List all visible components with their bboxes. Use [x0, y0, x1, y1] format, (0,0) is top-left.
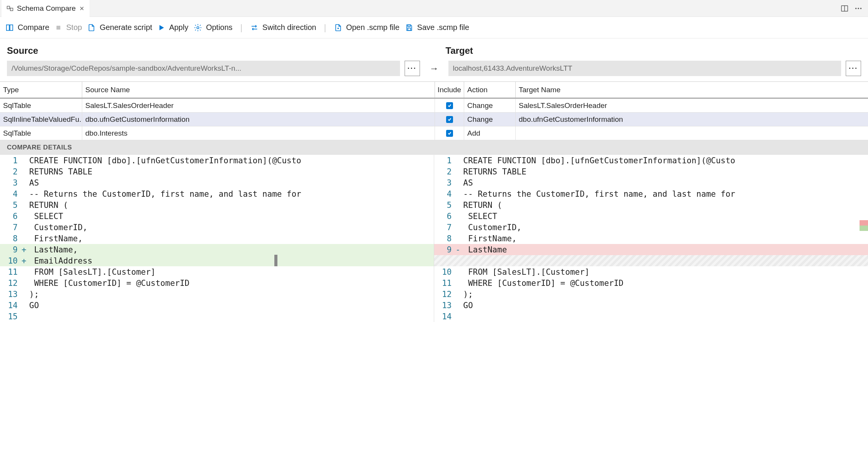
line-number: 14 [0, 301, 22, 310]
line-content: CREATE FUNCTION [dbo].[ufnGetCustomerInf… [462, 156, 735, 165]
line-content: LastName [462, 245, 507, 254]
line-number: 6 [434, 212, 456, 221]
source-title: Source [7, 45, 423, 56]
swap-icon [250, 23, 259, 32]
source-target-header: Source Target [0, 38, 868, 61]
switch-direction-button[interactable]: Switch direction [250, 23, 316, 32]
code-line: 2RETURNS TABLE [434, 166, 868, 177]
col-include[interactable]: Include [435, 82, 464, 98]
target-title: Target [446, 45, 861, 56]
table-row[interactable]: SqlTabledbo.InterestsAdd [0, 126, 868, 140]
code-line: 12); [434, 289, 868, 300]
switch-direction-label: Switch direction [262, 23, 316, 32]
line-number: 3 [434, 178, 456, 188]
line-content: RETURN ( [28, 201, 68, 210]
code-line: 9- LastName [434, 244, 868, 255]
compare-details-header: COMPARE DETAILS [0, 140, 868, 155]
code-line: 5RETURN ( [434, 199, 868, 211]
cell-type: SqlTable [0, 99, 82, 112]
line-content: ); [28, 290, 39, 299]
stop-button: Stop [55, 23, 82, 32]
line-content: RETURN ( [462, 201, 502, 210]
col-action[interactable]: Action [464, 82, 516, 98]
options-button[interactable]: Options [194, 23, 232, 32]
line-content: EmailAddress [28, 256, 92, 266]
line-number: 15 [0, 312, 22, 321]
generate-script-button[interactable]: Generate script [87, 23, 152, 32]
cell-include[interactable] [435, 126, 464, 140]
code-line: 12 WHERE [CustomerID] = @CustomerID [0, 277, 434, 289]
code-line: 9+ LastName, [0, 244, 434, 255]
apply-button[interactable]: Apply [158, 23, 188, 32]
code-line: 4-- Returns the CustomerID, first name, … [0, 188, 434, 199]
code-line: 1CREATE FUNCTION [dbo].[ufnGetCustomerIn… [0, 155, 434, 166]
svg-rect-8 [10, 25, 13, 30]
line-number: 11 [434, 279, 456, 288]
code-line: 15 [0, 311, 434, 322]
close-icon[interactable] [79, 5, 85, 12]
checkbox-icon[interactable] [446, 102, 453, 109]
svg-rect-0 [7, 6, 10, 9]
line-content: LastName, [28, 245, 78, 254]
code-line: 13GO [434, 300, 868, 311]
code-line: 3AS [434, 177, 868, 188]
source-path-input[interactable]: /Volumes/Storage/CodeRepos/sample-sandbo… [7, 61, 400, 76]
code-line: 3AS [0, 177, 434, 188]
svg-rect-11 [408, 25, 410, 27]
line-number: 2 [434, 167, 456, 176]
path-row: /Volumes/Storage/CodeRepos/sample-sandbo… [0, 61, 868, 81]
checkbox-icon[interactable] [446, 116, 453, 123]
line-content: SELECT [462, 212, 498, 221]
diff-view: 1CREATE FUNCTION [dbo].[ufnGetCustomerIn… [0, 155, 868, 322]
col-target-name[interactable]: Target Name [516, 82, 868, 98]
compare-icon [5, 23, 14, 32]
gutter-indicator [274, 255, 277, 266]
col-source-name[interactable]: Source Name [82, 82, 435, 98]
code-line: 7 CustomerID, [0, 222, 434, 233]
schema-compare-icon [6, 5, 14, 12]
more-icon[interactable] [854, 4, 863, 13]
line-content: FirstName, [462, 234, 517, 243]
compare-button[interactable]: Compare [5, 23, 49, 32]
line-number: 8 [0, 234, 22, 243]
line-number: 5 [0, 201, 22, 210]
diff-pane-right[interactable]: 1CREATE FUNCTION [dbo].[ufnGetCustomerIn… [434, 155, 868, 322]
line-number: 7 [0, 223, 22, 232]
line-content: WHERE [CustomerID] = @CustomerID [28, 279, 189, 288]
cell-include[interactable] [435, 99, 464, 112]
source-browse-button[interactable]: ··· [405, 61, 420, 76]
table-row[interactable]: SqlInlineTableValuedFu...dbo.ufnGetCusto… [0, 113, 868, 126]
tab-label: Schema Compare [17, 4, 76, 13]
code-line: 5RETURN ( [0, 199, 434, 211]
cell-type: SqlInlineTableValuedFu... [0, 113, 82, 126]
target-browse-button[interactable]: ··· [846, 61, 861, 76]
tab-schema-compare[interactable]: Schema Compare [2, 0, 90, 17]
split-editor-icon[interactable] [840, 4, 849, 13]
target-path-input[interactable]: localhost,61433.AdventureWorksLTT [448, 61, 841, 76]
line-content: SELECT [28, 212, 63, 221]
col-type[interactable]: Type [0, 82, 82, 98]
line-content: GO [462, 301, 473, 310]
separator: | [240, 23, 242, 33]
line-number: 1 [434, 156, 456, 165]
compare-label: Compare [18, 23, 49, 32]
code-line: 6 SELECT [0, 211, 434, 222]
cell-action: Add [464, 126, 516, 140]
open-scmp-button[interactable]: Open .scmp file [334, 23, 400, 32]
stop-label: Stop [66, 23, 82, 32]
gear-icon [194, 23, 202, 32]
svg-point-6 [860, 8, 862, 9]
svg-rect-1 [10, 8, 13, 11]
diff-marker: - [456, 245, 462, 254]
diff-pane-left[interactable]: 1CREATE FUNCTION [dbo].[ufnGetCustomerIn… [0, 155, 434, 322]
line-number: 7 [434, 223, 456, 232]
table-row[interactable]: SqlTableSalesLT.SalesOrderHeaderChangeSa… [0, 99, 868, 113]
minimap[interactable] [860, 155, 868, 322]
save-scmp-button[interactable]: Save .scmp file [405, 23, 470, 32]
svg-rect-12 [408, 28, 410, 30]
checkbox-icon[interactable] [446, 130, 453, 137]
line-number: 10 [0, 256, 22, 266]
code-line: 8 FirstName, [0, 233, 434, 244]
line-content: FROM [SalesLT].[Customer] [28, 267, 156, 277]
cell-include[interactable] [435, 113, 464, 126]
